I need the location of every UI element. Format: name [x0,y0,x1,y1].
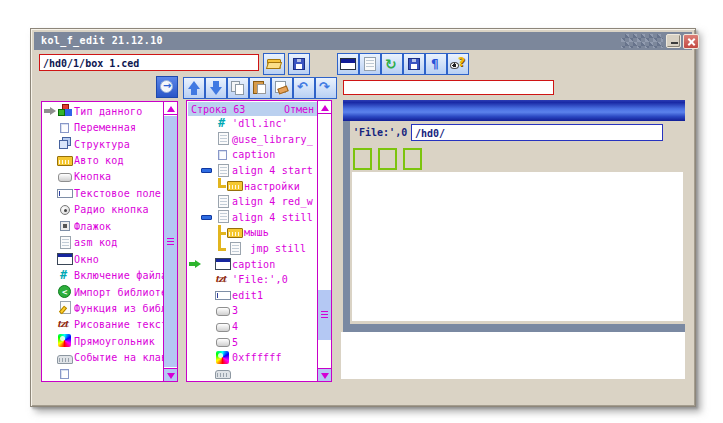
refresh-button[interactable] [381,53,403,75]
write-entry-button[interactable] [271,77,293,99]
tree-item[interactable]: jmp still [188,241,317,257]
redo-icon [318,80,334,96]
code-auto-icon [227,226,244,240]
open-folder-icon [266,56,282,72]
palette-item[interactable]: asm код [43,235,163,251]
scroll-thumb[interactable] [318,290,331,340]
view-help-icon [450,56,466,72]
save-file-button[interactable] [403,53,425,75]
tree-item[interactable]: 5 [188,334,317,350]
preview-button-5[interactable] [403,148,422,170]
tree-item[interactable]: @use_library_ [188,132,317,148]
save-file-icon [291,56,307,72]
file-path-input[interactable] [39,54,259,71]
tree-scrollbar[interactable] [317,101,331,381]
palette-item[interactable]: _ [43,366,163,380]
palette-item[interactable]: Прямоугольник [43,333,163,349]
tree-item[interactable]: настройки [188,178,317,194]
tree-item[interactable]: 'dll.inc' [188,116,317,132]
go-button[interactable] [156,76,178,98]
tree-item[interactable]: align 4 still [188,210,317,226]
palette-scrollbar[interactable] [163,102,177,381]
tree-header: Строка 63 Отмен [188,102,317,116]
palette-item[interactable]: Текстовое поле [43,185,163,201]
datatype-icon [57,104,74,118]
palette-item[interactable]: Переменная [43,119,163,135]
rect-color-icon [215,351,232,365]
current-arrow-icon [188,258,201,270]
copy-button[interactable] [227,77,249,99]
palette-item[interactable]: Функция из библ [43,300,163,316]
palette-item[interactable]: Рисование текст [43,317,163,333]
tree-item[interactable]: 3 [188,303,317,319]
titlebar-dither-pattern [621,34,663,48]
tree-item[interactable]: align 4 start [188,163,317,179]
cancel-label[interactable]: Отмен [284,104,314,115]
tree-item-label: jmp still [244,243,306,254]
palette-item-label: Текстовое поле [74,188,161,199]
import-lib-icon [57,285,74,299]
tree-item-label: caption [232,149,276,160]
preview-path-input[interactable] [411,124,663,141]
tree-item-label: 3 [232,305,238,316]
tree-item[interactable]: 4 [188,319,317,335]
paste-button[interactable] [249,77,271,99]
close-button[interactable] [683,34,699,49]
palette-item[interactable]: Радио кнопка [43,202,163,218]
tree-item[interactable]: caption [188,147,317,163]
arrow-down-button[interactable] [205,77,227,99]
arrow-up-button[interactable] [183,77,205,99]
tree-item[interactable] [188,366,317,381]
arrow-down-icon [208,80,224,96]
component-palette: Тип данного Переменная Структура Авто ко… [41,101,178,382]
open-file-button[interactable] [263,53,285,75]
doc-icon [215,164,232,178]
palette-item[interactable]: Флажок [43,218,163,234]
tree-item[interactable]: мышь [188,225,317,241]
scroll-down-icon[interactable] [164,368,177,381]
tree-item[interactable]: 0xffffff [188,350,317,366]
tree-item[interactable]: 'File:',0 [188,272,317,288]
edit-box-icon [57,186,74,200]
tree-item[interactable]: align 4 red_w [188,194,317,210]
save-file-button[interactable] [288,53,310,75]
rect-color-icon [57,334,74,348]
document-button[interactable] [359,53,381,75]
palette-item[interactable]: Кнопка [43,169,163,185]
search-input[interactable] [343,80,554,95]
go-right-icon [159,79,175,95]
palette-item[interactable]: Окно [43,251,163,267]
minus-icon[interactable] [201,163,215,178]
preview-listbox[interactable] [352,172,683,321]
push-button-icon [215,304,232,318]
palette-item[interactable]: Включение файла [43,267,163,283]
palette-item-label: _ [74,369,80,380]
palette-item[interactable]: Структура [43,136,163,152]
tree-item[interactable]: caption [188,256,317,272]
tree-item[interactable]: edit1 [188,288,317,304]
struct-icon [57,137,74,151]
preview-button-4[interactable] [378,148,397,170]
scroll-up-icon[interactable] [318,101,331,114]
palette-item[interactable]: Тип данного [43,103,163,119]
redo-button[interactable] [315,77,337,99]
scroll-up-icon[interactable] [164,102,177,115]
doc-icon [227,242,244,256]
view-help-button[interactable] [447,53,469,75]
scroll-down-icon[interactable] [318,368,331,381]
push-button-icon [215,320,232,334]
pilcrow-button[interactable] [425,53,447,75]
palette-item[interactable]: Авто код [43,152,163,168]
minus-icon[interactable] [201,210,215,225]
scroll-thumb[interactable] [164,116,177,367]
copy-icon [230,80,246,96]
undo-button[interactable] [293,77,315,99]
minimize-button[interactable] [666,34,681,48]
preview-button-3[interactable] [353,148,372,170]
preview-window-button[interactable] [337,53,359,75]
doc-icon [215,195,232,209]
palette-item[interactable]: Событие на клав [43,350,163,366]
titlebar[interactable]: kol_f_edit 21.12.10 [34,32,692,50]
palette-item[interactable]: Импорт библиоте [43,284,163,300]
outline-square-icon [57,367,74,380]
